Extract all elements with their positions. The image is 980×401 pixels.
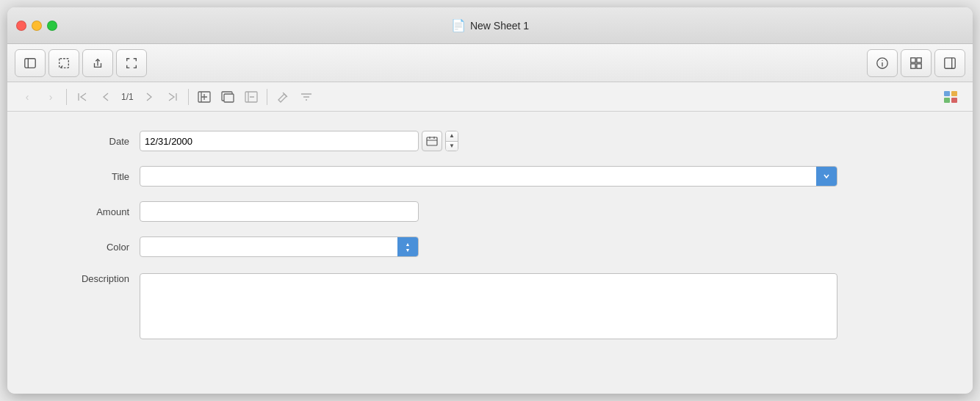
nav-delete-record-button[interactable] xyxy=(240,87,262,107)
svg-rect-31 xyxy=(951,98,957,103)
nav-separator-2 xyxy=(188,89,189,105)
document-icon: 📄 xyxy=(451,18,466,32)
sidebar-toggle-button[interactable] xyxy=(15,49,46,77)
form-content: Date ▲ ▼ Title xyxy=(7,112,973,394)
svg-rect-20 xyxy=(224,94,234,102)
nav-move-next-button[interactable] xyxy=(138,87,160,107)
nav-filter-button[interactable] xyxy=(295,87,317,107)
svg-point-6 xyxy=(882,59,882,60)
nav-separator-3 xyxy=(267,89,267,105)
svg-rect-28 xyxy=(944,91,950,96)
title-row: Title xyxy=(51,165,929,188)
nav-move-first-button[interactable] xyxy=(71,87,93,107)
color-control-wrap: ▲ ▼ xyxy=(140,236,419,257)
date-input[interactable] xyxy=(140,131,419,151)
svg-rect-9 xyxy=(911,63,915,68)
date-row: Date ▲ ▼ xyxy=(51,129,929,153)
panel-button[interactable] xyxy=(934,49,965,77)
date-stepper-down[interactable]: ▼ xyxy=(446,142,458,151)
color-dropdown[interactable]: ▲ ▼ xyxy=(140,236,419,257)
marquee-select-button[interactable] xyxy=(48,49,79,77)
fullscreen-button[interactable] xyxy=(116,49,147,77)
amount-input[interactable] xyxy=(140,201,419,222)
nav-palette-button[interactable] xyxy=(939,87,964,107)
svg-rect-7 xyxy=(911,57,915,62)
svg-rect-10 xyxy=(917,63,921,68)
info-button[interactable] xyxy=(867,49,898,77)
description-label: Description xyxy=(51,273,140,284)
description-control-wrap xyxy=(140,273,837,339)
date-stepper-up[interactable]: ▲ xyxy=(446,131,458,142)
amount-row: Amount xyxy=(51,200,929,223)
color-dropdown-arrows[interactable]: ▲ ▼ xyxy=(397,237,418,256)
date-picker-button[interactable] xyxy=(422,131,442,151)
minimize-button[interactable] xyxy=(32,21,42,31)
title-dropdown-arrow[interactable] xyxy=(816,167,837,186)
svg-rect-2 xyxy=(60,58,69,68)
share-button[interactable] xyxy=(82,49,113,77)
main-window: 📄 New Sheet 1 xyxy=(7,7,973,394)
svg-rect-29 xyxy=(951,91,957,96)
svg-rect-32 xyxy=(427,137,437,145)
nav-separator-1 xyxy=(66,89,67,105)
nav-add-record-button[interactable] xyxy=(193,87,215,107)
nav-bar: ‹ › 1/1 xyxy=(7,82,973,112)
title-label: Title xyxy=(51,171,140,182)
svg-rect-11 xyxy=(945,57,955,68)
window-title: New Sheet 1 xyxy=(470,20,529,32)
svg-rect-30 xyxy=(944,98,950,103)
nav-forward-button[interactable]: › xyxy=(40,87,62,107)
main-toolbar xyxy=(7,44,973,82)
title-bar: 📄 New Sheet 1 xyxy=(7,7,973,44)
date-control-wrap: ▲ ▼ xyxy=(140,131,458,151)
color-label: Color xyxy=(51,242,140,253)
nav-edit-button[interactable] xyxy=(272,87,294,107)
title-bar-center: 📄 New Sheet 1 xyxy=(451,18,529,32)
amount-control-wrap xyxy=(140,201,419,222)
nav-back-button[interactable]: ‹ xyxy=(16,87,38,107)
maximize-button[interactable] xyxy=(47,21,57,31)
description-row: Description xyxy=(51,270,929,339)
page-indicator: 1/1 xyxy=(118,92,137,102)
nav-duplicate-button[interactable] xyxy=(217,87,239,107)
traffic-lights xyxy=(16,21,57,31)
nav-move-prev-button[interactable] xyxy=(95,87,117,107)
date-label: Date xyxy=(51,136,140,147)
date-stepper[interactable]: ▲ ▼ xyxy=(445,131,458,151)
title-control-wrap xyxy=(140,166,837,187)
svg-rect-0 xyxy=(25,58,35,68)
grid-view-button[interactable] xyxy=(901,49,932,77)
svg-rect-8 xyxy=(917,57,921,62)
amount-label: Amount xyxy=(51,206,140,217)
description-textarea[interactable] xyxy=(140,273,837,339)
nav-move-last-button[interactable] xyxy=(162,87,184,107)
title-dropdown[interactable] xyxy=(140,166,837,187)
close-button[interactable] xyxy=(16,21,26,31)
color-row: Color ▲ ▼ xyxy=(51,235,929,259)
